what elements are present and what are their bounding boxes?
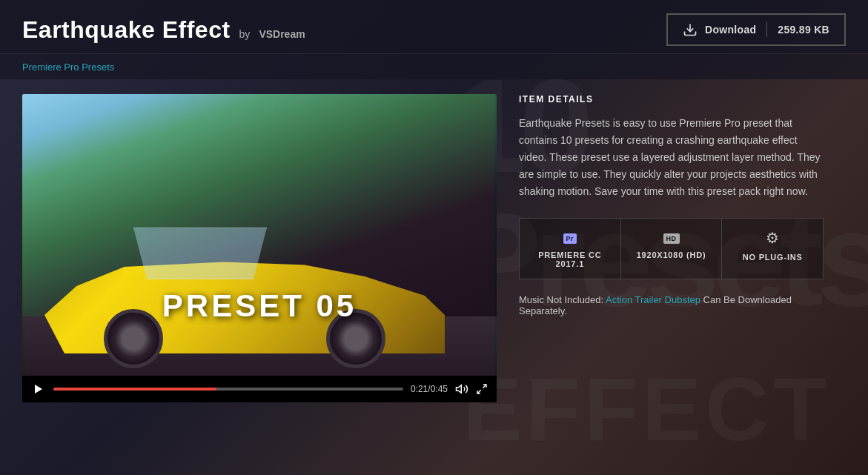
feature-box-hd: HD 1920X1080 (HD) (621, 218, 723, 279)
fullscreen-icon (476, 383, 488, 395)
right-panel: ITEM DETAILS Earthquake Presets is easy … (497, 94, 846, 316)
fullscreen-button[interactable] (476, 383, 488, 395)
feature-label-plugins: NO PLUG-INS (743, 253, 803, 262)
video-container: PRESET 05 0:21/0:45 (22, 94, 497, 402)
hd-icon: HD (663, 229, 680, 245)
item-description: Earthquake Presets is easy to use Premie… (519, 115, 824, 200)
download-button[interactable]: Download 259.89 KB (666, 13, 846, 46)
svg-line-4 (477, 390, 481, 393)
preset-text-overlay: PRESET 05 (162, 288, 357, 324)
breadcrumb-link[interactable]: Premiere Pro Presets (22, 62, 114, 73)
volume-button[interactable] (455, 382, 468, 396)
time-total: 0:45 (431, 384, 448, 394)
gear-icon: ⚙ (766, 229, 779, 247)
download-icon (683, 22, 698, 37)
glitch-blue (24, 94, 497, 376)
volume-icon (455, 382, 468, 396)
play-button[interactable] (31, 382, 46, 396)
progress-bar[interactable] (53, 388, 403, 391)
feature-boxes: Pr PREMIERE CC 2017.1 HD 1920X1080 (HD) … (519, 218, 824, 279)
time-display: 0:21/0:45 (411, 384, 448, 394)
main-content: PRESET 05 0:21/0:45 (0, 79, 868, 417)
music-prefix: Music Not Included: (519, 294, 603, 305)
progress-fill (53, 388, 216, 391)
page-header: Earthquake Effect by VSDream Download 25… (0, 0, 868, 54)
author-name: VSDream (259, 28, 305, 40)
download-label: Download (705, 24, 756, 36)
svg-marker-2 (457, 385, 462, 393)
pr-icon: Pr (563, 229, 577, 245)
video-frame: PRESET 05 (22, 94, 497, 376)
time-current: 0:21 (411, 384, 428, 394)
feature-label-premiere: PREMIERE CC 2017.1 (527, 250, 613, 268)
svg-marker-1 (35, 385, 42, 393)
play-icon (33, 383, 44, 395)
feature-label-hd: 1920X1080 (HD) (637, 250, 706, 259)
header-left: Earthquake Effect by VSDream (22, 16, 305, 44)
video-controls: 0:21/0:45 (22, 376, 497, 402)
by-label: by (239, 28, 251, 40)
music-note: Music Not Included: Action Trailer Dubst… (519, 294, 824, 316)
svg-line-3 (483, 385, 486, 388)
feature-box-plugins: ⚙ NO PLUG-INS (722, 218, 824, 279)
breadcrumb: Premiere Pro Presets (0, 54, 868, 79)
divider (766, 22, 767, 37)
page-title: Earthquake Effect (22, 16, 231, 44)
item-details-label: ITEM DETAILS (519, 94, 824, 104)
music-link[interactable]: Action Trailer Dubstep (606, 294, 700, 305)
feature-box-premiere: Pr PREMIERE CC 2017.1 (519, 218, 621, 279)
download-size: 259.89 KB (778, 24, 829, 36)
